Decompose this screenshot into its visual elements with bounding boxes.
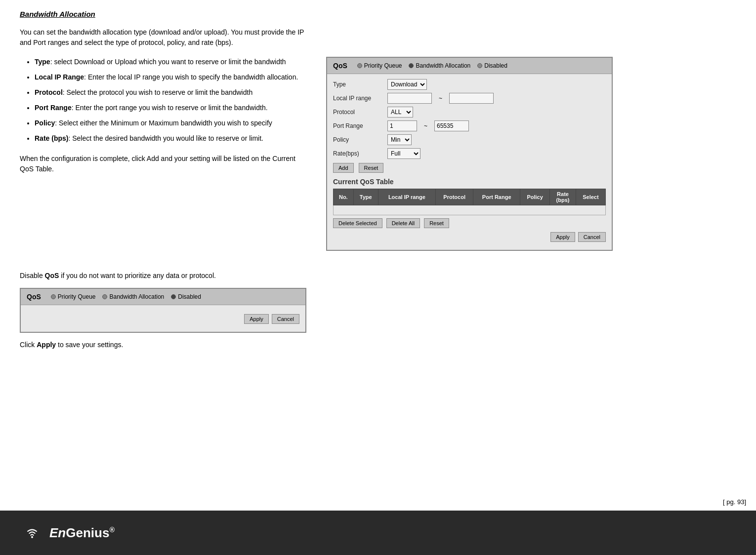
- policy-label: Policy: [333, 136, 382, 143]
- footer: EnGenius®: [0, 511, 756, 555]
- qos-title: QoS: [333, 62, 347, 70]
- radio-label-bandwidth: Bandwidth Allocation: [416, 62, 470, 69]
- rate-select[interactable]: Full Half Quarter: [387, 148, 420, 159]
- radio-label-small-bandwidth: Bandwidth Allocation: [109, 293, 164, 300]
- policy-row: Policy Min Max: [333, 134, 606, 145]
- local-ip-to[interactable]: [449, 93, 494, 104]
- svg-point-0: [31, 536, 33, 538]
- col-no: No.: [334, 189, 354, 205]
- local-ip-label: Local IP range: [333, 95, 382, 102]
- term-local-ip: Local IP Range: [35, 73, 84, 81]
- intro-text: You can set the bandwidth allocation typ…: [20, 27, 316, 48]
- radio-label-small-priority: Priority Queue: [58, 293, 96, 300]
- col-policy: Policy: [520, 189, 550, 205]
- radio-dot-small-priority: [51, 294, 56, 299]
- table-row-empty: [334, 205, 606, 215]
- radio-bandwidth-allocation[interactable]: Bandwidth Allocation: [409, 62, 470, 69]
- reset-button[interactable]: Reset: [359, 163, 384, 173]
- qos-body: Type Download Upload Local IP range ~ Pr…: [327, 74, 612, 250]
- ip-separator: ~: [439, 95, 442, 102]
- delete-all-button[interactable]: Delete All: [386, 218, 420, 228]
- desc-port-range: : Enter the port range you wish to reser…: [72, 104, 268, 112]
- add-reset-row: Add Reset: [333, 163, 606, 173]
- list-item: Port Range: Enter the port range you wis…: [35, 103, 306, 113]
- radio-dot-small-bandwidth: [102, 294, 107, 299]
- list-item: Local IP Range: Enter the local IP range…: [35, 72, 306, 82]
- disable-section: Disable QoS if you do not want to priori…: [20, 271, 736, 349]
- page-title: Bandwidth Allocation: [20, 10, 736, 18]
- qos-table: No. Type Local IP range Protocol Port Ra…: [333, 189, 606, 215]
- qos-small-title: QoS: [27, 293, 41, 301]
- bottom-buttons-main: Apply Cancel: [333, 232, 606, 245]
- radio-label-priority: Priority Queue: [364, 62, 402, 69]
- engenius-brand-name: EnGenius®: [49, 525, 115, 541]
- type-select[interactable]: Download Upload: [387, 79, 427, 90]
- radio-small-disabled[interactable]: Disabled: [171, 293, 201, 300]
- term-rate: Rate (bps): [35, 134, 68, 142]
- radio-dot-disabled: [477, 63, 482, 68]
- radio-group-small: Priority Queue Bandwidth Allocation Disa…: [51, 293, 201, 300]
- bottom-buttons-small: Apply Cancel: [27, 314, 299, 327]
- qos-panel-small: QoS Priority Queue Bandwidth Allocation …: [20, 288, 306, 333]
- port-to[interactable]: [434, 120, 469, 131]
- radio-small-bandwidth[interactable]: Bandwidth Allocation: [102, 293, 164, 300]
- radio-label-small-disabled: Disabled: [178, 293, 201, 300]
- col-port-range: Port Range: [473, 189, 520, 205]
- col-type: Type: [353, 189, 378, 205]
- apply-button-small[interactable]: Apply: [244, 314, 269, 324]
- bullet-list: Type: select Download or Upload which yo…: [20, 57, 306, 144]
- port-range-row: Port Range ~: [333, 120, 606, 131]
- desc-protocol: : Select the protocol you wish to reserv…: [63, 88, 252, 96]
- qos-bold: QoS: [45, 272, 59, 279]
- radio-small-priority[interactable]: Priority Queue: [51, 293, 96, 300]
- protocol-label: Protocol: [333, 109, 382, 116]
- disable-text: Disable QoS if you do not want to priori…: [20, 271, 736, 281]
- type-label: Type: [333, 81, 382, 88]
- main-section: Type: select Download or Upload which yo…: [20, 57, 736, 251]
- desc-rate: : Select the desired bandwidth you would…: [68, 134, 263, 142]
- radio-priority-queue[interactable]: Priority Queue: [357, 62, 402, 69]
- engenius-logo-icon: [20, 523, 44, 543]
- qos-small-body: Apply Cancel: [21, 305, 305, 332]
- col-select: Select: [576, 189, 605, 205]
- apply-bold: Apply: [37, 341, 56, 349]
- protocol-row: Protocol ALL TCP UDP: [333, 107, 606, 118]
- desc-type: : select Download or Upload which you wa…: [50, 58, 286, 66]
- qos-panel-main: QoS Priority Queue Bandwidth Allocation …: [326, 57, 613, 251]
- cancel-button-small[interactable]: Cancel: [272, 314, 299, 324]
- port-separator: ~: [424, 122, 427, 129]
- apply-button-main[interactable]: Apply: [550, 232, 575, 242]
- page-number: [ pg. 93]: [723, 498, 746, 506]
- radio-disabled[interactable]: Disabled: [477, 62, 507, 69]
- current-qos-title: Current QoS Table: [333, 178, 606, 186]
- desc-policy: : Select either the Minimum or Maximum b…: [55, 119, 272, 127]
- col-rate: Rate(bps): [550, 189, 576, 205]
- term-policy: Policy: [35, 119, 55, 127]
- table-buttons: Delete Selected Delete All Reset: [333, 218, 606, 228]
- left-content: Type: select Download or Upload which yo…: [20, 57, 306, 184]
- cancel-button-main[interactable]: Cancel: [578, 232, 606, 242]
- local-ip-from[interactable]: [387, 93, 432, 104]
- list-item: Type: select Download or Upload which yo…: [35, 57, 306, 67]
- term-port-range: Port Range: [35, 104, 72, 112]
- add-button[interactable]: Add: [333, 163, 354, 173]
- port-from[interactable]: [387, 120, 417, 131]
- radio-group: Priority Queue Bandwidth Allocation Disa…: [357, 62, 507, 69]
- config-note: When the configuration is complete, clic…: [20, 154, 306, 174]
- policy-select[interactable]: Min Max: [387, 134, 412, 145]
- radio-dot-small-disabled: [171, 294, 176, 299]
- table-reset-button[interactable]: Reset: [424, 218, 449, 228]
- list-item: Policy: Select either the Minimum or Max…: [35, 118, 306, 128]
- list-item: Protocol: Select the protocol you wish t…: [35, 87, 306, 98]
- term-protocol: Protocol: [35, 88, 63, 96]
- protocol-select[interactable]: ALL TCP UDP: [387, 107, 413, 118]
- local-ip-row: Local IP range ~: [333, 93, 606, 104]
- port-range-label: Port Range: [333, 122, 382, 129]
- footer-logo: EnGenius®: [20, 523, 115, 543]
- col-local-ip: Local IP range: [378, 189, 435, 205]
- list-item: Rate (bps): Select the desired bandwidth…: [35, 133, 306, 144]
- col-protocol: Protocol: [436, 189, 473, 205]
- qos-panel-small-header: QoS Priority Queue Bandwidth Allocation …: [21, 289, 305, 305]
- apply-note: Click Apply to save your settings.: [20, 341, 736, 349]
- delete-selected-button[interactable]: Delete Selected: [333, 218, 382, 228]
